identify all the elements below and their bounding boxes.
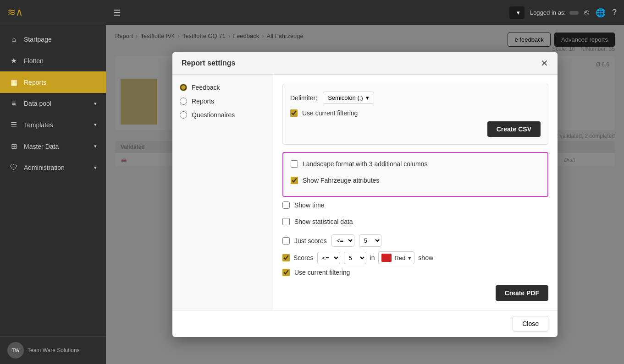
- modal-body: Feedback Reports Questionnaires: [172, 75, 558, 310]
- pdf-options: Landscape format with 3 additional colum…: [291, 160, 540, 189]
- username-box: [569, 11, 579, 15]
- show-time-checkbox[interactable]: [282, 201, 290, 209]
- sidebar-item-label: Templates: [24, 121, 53, 129]
- radio-questionnaires-label: Questionnaires: [192, 111, 235, 119]
- just-scores-operator-select[interactable]: <= >=: [331, 234, 354, 247]
- help-icon[interactable]: ?: [612, 8, 617, 18]
- sidebar-item-startpage[interactable]: ⌂ Startpage: [0, 29, 106, 50]
- sidebar-item-administration[interactable]: 🛡 Administration ▾: [0, 157, 106, 178]
- scores-operator-select[interactable]: <= >=: [317, 252, 340, 264]
- globe-icon[interactable]: 🌐: [596, 8, 606, 18]
- just-scores-checkbox[interactable]: [282, 237, 290, 244]
- show-time-row: Show time: [282, 201, 548, 209]
- sidebar: ≋∧ ⌂ Startpage ★ Flotten ▦ Reports ≡ Dat…: [0, 0, 106, 364]
- pdf-extra-options: Show time Show statistical data Just sco…: [282, 201, 548, 301]
- chevron-down-icon: ▾: [94, 122, 97, 128]
- show-fahrzeuge-row: Show Fahrzeuge attributes: [291, 177, 540, 184]
- scores-row: Scores <= >= 5 1234 678910: [282, 251, 548, 264]
- scores-color-select[interactable]: Red ▾: [378, 251, 414, 264]
- show-statistical-checkbox[interactable]: [282, 218, 290, 225]
- radio-feedback[interactable]: Feedback: [180, 84, 265, 91]
- sidebar-item-flotten[interactable]: ★ Flotten: [0, 50, 106, 71]
- modal-left-panel: Feedback Reports Questionnaires: [172, 75, 273, 310]
- radio-reports-label: Reports: [192, 98, 214, 105]
- sidebar-item-label: Master Data: [24, 143, 59, 150]
- footer-brand-text: Team Ware Solutions: [28, 347, 80, 353]
- close-modal-button[interactable]: Close: [513, 316, 548, 331]
- sidebar-item-label: Data pool: [24, 100, 51, 107]
- show-time-label: Show time: [294, 201, 324, 209]
- report-settings-modal: Report settings ✕ Feedback: [172, 52, 558, 337]
- sidebar-logo: ≋∧: [0, 0, 106, 25]
- color-dot-red: [381, 254, 392, 262]
- sidebar-item-reports[interactable]: ▦ Reports: [0, 71, 106, 93]
- use-current-filtering-pdf-label: Use current filtering: [294, 269, 350, 276]
- just-scores-value-select[interactable]: 5 1234 678910: [359, 234, 381, 247]
- use-current-filtering-pdf-checkbox[interactable]: [282, 269, 290, 276]
- create-csv-button[interactable]: Create CSV: [487, 121, 541, 137]
- landscape-row: Landscape format with 3 additional colum…: [291, 160, 540, 168]
- sidebar-nav: ⌂ Startpage ★ Flotten ▦ Reports ≡ Data p…: [0, 25, 106, 336]
- hamburger-icon[interactable]: ☰: [113, 8, 121, 18]
- sidebar-item-templates[interactable]: ☰ Templates ▾: [0, 114, 106, 136]
- chevron-down-icon: ▾: [94, 143, 97, 149]
- scores-color-label: Red: [394, 255, 405, 261]
- show-fahrzeuge-checkbox[interactable]: [291, 177, 298, 184]
- csv-section: Delimiter: Semicolon (;) ▾ Use current f…: [282, 84, 548, 145]
- radio-reports-input[interactable]: [180, 98, 187, 105]
- masterdata-icon: ⊞: [9, 142, 18, 151]
- modal-close-button[interactable]: ✕: [541, 59, 548, 68]
- landscape-label: Landscape format with 3 additional colum…: [303, 160, 427, 168]
- radio-feedback-input[interactable]: [180, 84, 187, 91]
- radio-questionnaires[interactable]: Questionnaires: [180, 111, 265, 119]
- radio-feedback-label: Feedback: [192, 84, 220, 91]
- sidebar-item-masterdata[interactable]: ⊞ Master Data ▾: [0, 136, 106, 157]
- just-scores-row: Just scores <= >= 5 1234 678910: [282, 234, 548, 247]
- scores-in-label: in: [370, 254, 375, 261]
- modal-overlay: Report settings ✕ Feedback: [106, 25, 624, 364]
- scores-label: Scores: [293, 254, 314, 261]
- chevron-down-icon: ▾: [94, 165, 97, 171]
- modal-header: Report settings ✕: [172, 52, 558, 75]
- header-icons: ⎋ 🌐 ?: [584, 8, 617, 18]
- footer-logo: TW: [7, 342, 24, 359]
- star-icon: ★: [9, 56, 18, 65]
- delimiter-select[interactable]: Semicolon (;) ▾: [323, 92, 374, 104]
- use-current-filtering-csv-label: Use current filtering: [302, 109, 358, 117]
- datapool-icon: ≡: [9, 99, 18, 108]
- sidebar-footer: TW Team Ware Solutions: [0, 336, 106, 364]
- logged-in-label: Logged in as:: [530, 9, 579, 16]
- templates-icon: ☰: [9, 120, 18, 129]
- top-header: ☰ ▾ Logged in as: ⎋ 🌐 ?: [106, 0, 624, 25]
- radio-reports[interactable]: Reports: [180, 98, 265, 105]
- scores-value-select[interactable]: 5 1234 678910: [344, 252, 366, 264]
- delimiter-label: Delimiter:: [290, 94, 317, 102]
- sidebar-item-label: Reports: [24, 79, 46, 86]
- chevron-down-icon: ▾: [408, 255, 411, 261]
- chevron-down-icon: ▾: [517, 9, 520, 16]
- delimiter-value: Semicolon (;): [328, 94, 363, 101]
- shield-icon: 🛡: [9, 163, 18, 172]
- just-scores-label: Just scores: [294, 237, 327, 244]
- show-statistical-label: Show statistical data: [294, 218, 353, 225]
- sidebar-item-datapool[interactable]: ≡ Data pool ▾: [0, 93, 106, 114]
- chevron-down-icon: ▾: [94, 101, 97, 107]
- modal-footer: Close: [172, 310, 558, 337]
- use-current-filtering-csv-row: Use current filtering: [290, 109, 541, 117]
- main-area: ☰ ▾ Logged in as: ⎋ 🌐 ? Report › Testflo…: [106, 0, 624, 364]
- create-pdf-button[interactable]: Create PDF: [496, 285, 548, 301]
- home-icon: ⌂: [9, 35, 18, 43]
- landscape-checkbox[interactable]: [291, 160, 298, 168]
- modal-right-panel: Delimiter: Semicolon (;) ▾ Use current f…: [273, 75, 558, 310]
- org-dropdown[interactable]: ▾: [509, 6, 525, 19]
- sidebar-item-label: Startpage: [24, 36, 52, 43]
- use-current-filtering-csv-checkbox[interactable]: [290, 109, 298, 117]
- logout-icon[interactable]: ⎋: [584, 8, 589, 18]
- modal-title: Report settings: [182, 59, 235, 67]
- scores-show-label: show: [418, 254, 433, 261]
- chevron-down-icon: ▾: [366, 94, 369, 101]
- use-current-filtering-pdf-row: Use current filtering: [282, 269, 548, 276]
- report-type-radio-group: Feedback Reports Questionnaires: [180, 84, 265, 119]
- scores-checkbox[interactable]: [282, 254, 290, 261]
- radio-questionnaires-input[interactable]: [180, 111, 187, 119]
